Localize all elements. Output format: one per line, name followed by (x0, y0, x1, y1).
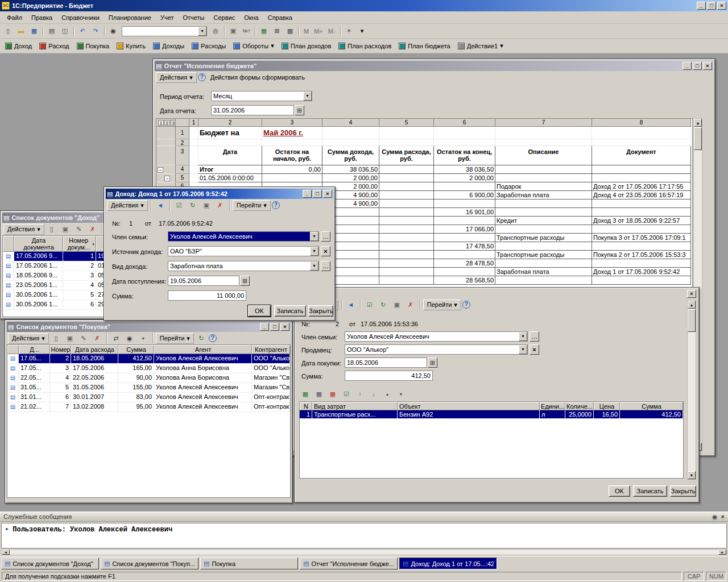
source-select[interactable]: ОАО "БЗР" (168, 246, 319, 256)
goto-menu-button[interactable]: Перейти (156, 333, 194, 344)
edit-row-button[interactable] (77, 332, 90, 344)
grid-col-header[interactable]: 1 (189, 119, 198, 127)
open-button[interactable] (15, 26, 27, 37)
sort-desc-button[interactable] (395, 388, 407, 400)
calendar-button[interactable] (240, 276, 250, 286)
document-command-button[interactable]: Доход (2, 40, 35, 52)
back-button[interactable] (154, 199, 167, 211)
post-button[interactable] (363, 299, 376, 310)
menu-item[interactable]: Сервис (209, 13, 239, 23)
clear-button[interactable] (530, 344, 539, 355)
close-button[interactable] (717, 2, 726, 10)
menu-item[interactable]: Отчеты (178, 13, 209, 23)
delete-row-button[interactable] (91, 332, 104, 344)
post-row-button[interactable] (340, 388, 353, 400)
table-row[interactable]: 1 Транспортные расх... Бензин А92 л 25,0… (300, 410, 683, 419)
close-button[interactable] (703, 62, 712, 70)
number-help-button[interactable] (240, 26, 253, 37)
doc-datetime[interactable]: 17.05.2006 9:52:42 (159, 220, 213, 227)
print-button[interactable] (46, 26, 58, 37)
maximize-button[interactable] (313, 190, 322, 198)
doc-datetime[interactable]: 17.05.2006 15:53:36 (361, 321, 418, 327)
column-header[interactable]: Дата расхода (71, 345, 118, 354)
close-button[interactable] (687, 290, 696, 298)
minimize-button[interactable] (260, 323, 269, 331)
menu-item[interactable]: Правка (27, 13, 57, 23)
column-header[interactable]: Номер докум... (63, 236, 96, 252)
column-header[interactable]: Цена (594, 402, 620, 410)
service-messages-body[interactable]: Пользователь: Уколов Алексей Алексеевич (1, 523, 727, 548)
document-command-button[interactable]: План расходов (335, 40, 395, 52)
column-header[interactable]: Д... (19, 345, 50, 354)
ellipsis-button[interactable] (321, 261, 330, 271)
ellipsis-button[interactable] (530, 331, 539, 342)
memory-plus-button[interactable]: М+ (312, 28, 325, 35)
new-document-button[interactable] (2, 26, 14, 37)
move-up-button[interactable] (354, 388, 366, 400)
column-header[interactable]: Агент (154, 345, 252, 354)
tools-button[interactable] (343, 26, 355, 37)
help-icon[interactable]: ? (209, 334, 217, 342)
actions-menu-button[interactable]: Действия (8, 333, 49, 344)
scroll-right-button[interactable] (718, 550, 726, 555)
menu-item[interactable]: Учет (156, 13, 179, 23)
scroll-left-button[interactable] (2, 550, 10, 555)
copy-row-button[interactable] (59, 223, 72, 235)
calendar-button[interactable] (271, 26, 283, 37)
new-row-button[interactable] (50, 332, 63, 344)
horizontal-scrollbar[interactable] (1, 549, 727, 555)
find-button[interactable] (107, 26, 119, 37)
menu-item[interactable]: Окна (239, 13, 263, 23)
reread-button[interactable] (187, 199, 199, 211)
income-kind-select[interactable]: Заработная плата (168, 261, 319, 271)
delete-button[interactable] (214, 199, 226, 211)
grid-col-header[interactable]: 5 (379, 119, 434, 127)
ok-button[interactable]: OK (248, 305, 271, 317)
column-header[interactable]: Дата документа (14, 236, 63, 252)
find-combobox[interactable] (122, 26, 207, 36)
column-header[interactable]: Количе... (565, 402, 594, 410)
new-row-button[interactable] (46, 223, 58, 235)
scroll-down-button[interactable] (688, 471, 696, 479)
menu-item[interactable]: Файл (2, 13, 27, 23)
calendar-button[interactable] (428, 357, 437, 368)
memory-minus-button[interactable]: М- (326, 28, 338, 35)
print-preview-button[interactable] (59, 26, 71, 37)
outline-level-button[interactable]: 1 (158, 120, 164, 126)
goto-menu-button[interactable]: Перейти (423, 300, 461, 310)
scroll-up-button[interactable] (688, 301, 696, 309)
memory-recall-button[interactable]: М (301, 28, 311, 35)
ellipsis-button[interactable] (321, 231, 330, 242)
reread-button[interactable] (377, 299, 390, 310)
column-header[interactable]: Сумма (118, 345, 154, 354)
refresh-button[interactable] (195, 332, 208, 344)
table-values-button[interactable] (258, 26, 270, 37)
column-header[interactable]: Объект (398, 402, 540, 410)
grid-title-row[interactable]: 1 Бюджет на Май 2006 г. (156, 127, 692, 139)
copy-row-button[interactable] (64, 332, 76, 344)
window-tab[interactable]: Покупка (200, 558, 298, 569)
scroll-up-button[interactable] (694, 119, 702, 127)
sort-button[interactable] (137, 332, 150, 344)
grid-row[interactable]: − 4 Итог 0,00 38 036,50 38 036,50 (156, 165, 692, 174)
ok-button[interactable]: OK (609, 485, 630, 497)
calendar-button[interactable] (295, 105, 304, 115)
report-period-select[interactable]: Месяц (211, 91, 312, 101)
interval-button[interactable] (110, 332, 122, 344)
column-header[interactable]: Вид затрат (312, 402, 398, 410)
help-icon[interactable]: ? (198, 73, 206, 81)
document-command-button[interactable]: План бюджета (395, 40, 453, 52)
close-icon[interactable] (721, 514, 725, 520)
outline-level-button[interactable]: 2 (164, 120, 170, 126)
list-item[interactable]: 31.01... 6 30.01.2007 83,00 Уколов Алекс… (7, 393, 290, 402)
grid-col-header[interactable]: 6 (434, 119, 495, 127)
grid-col-header[interactable]: 7 (495, 119, 592, 127)
document-command-button[interactable]: Расход (36, 40, 72, 52)
menu-item[interactable]: Справочники (57, 13, 104, 23)
member-select[interactable]: Уколов Алексей Алексеевич (345, 331, 528, 342)
window-tab[interactable]: Доход: Доход 1 от 17.05...:42 (399, 558, 497, 569)
document-command-button[interactable]: Расходы (188, 40, 229, 52)
maximize-button[interactable] (693, 62, 702, 70)
close-dialog-button[interactable]: Закрыть (308, 305, 333, 317)
copy-row-button[interactable] (313, 388, 325, 400)
